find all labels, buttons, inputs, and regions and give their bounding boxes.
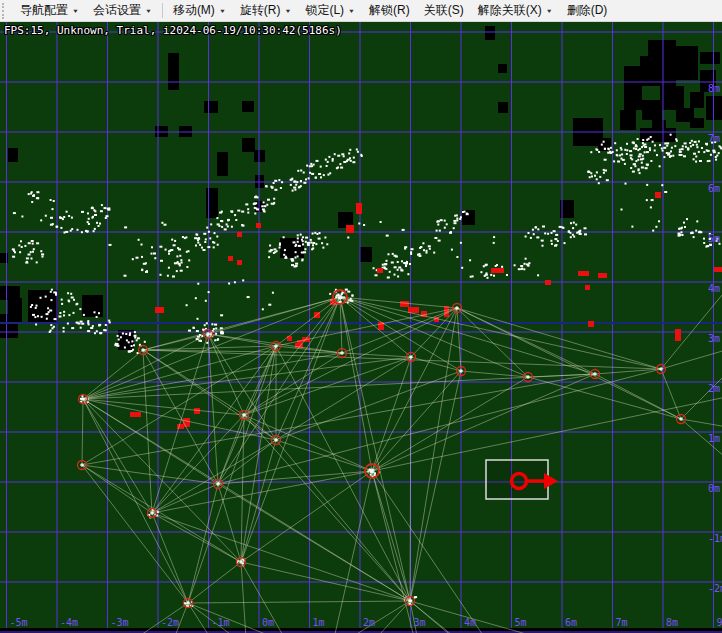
terrain-dot	[205, 300, 207, 302]
terrain-dot	[247, 296, 250, 298]
terrain-dot	[60, 227, 62, 229]
terrain-dot	[631, 158, 633, 160]
terrain-dot	[394, 266, 397, 268]
red-detection	[545, 280, 551, 285]
terrain-dot	[71, 297, 74, 299]
terrain-dot	[334, 153, 336, 155]
terrain-dot	[209, 237, 211, 239]
terrain-dot	[358, 223, 360, 225]
menu-item-8[interactable]: 解除关联(X)▼	[471, 0, 560, 21]
track-link-line	[143, 334, 208, 350]
selected-target-marker[interactable]	[486, 460, 558, 499]
radar-display[interactable]: -5m-4m-3m-2m-1m0m1m2m3m4m5m6m7m8m9m8m7m6…	[0, 0, 722, 633]
terrain-dot	[404, 248, 406, 250]
terrain-dot	[551, 232, 553, 234]
terrain-dot	[50, 291, 52, 293]
terrain-dot	[625, 183, 627, 185]
terrain-dot	[66, 211, 68, 213]
terrain-dot	[349, 157, 351, 159]
terrain-dot	[363, 224, 365, 226]
shadow-block	[485, 26, 495, 40]
terrain-dot	[547, 233, 549, 235]
shadow-block	[217, 152, 228, 176]
terrain-dot	[220, 331, 223, 333]
terrain-dot	[446, 223, 448, 225]
terrain-dot	[186, 304, 188, 306]
terrain-dot	[679, 151, 682, 153]
shadow-block	[242, 101, 254, 112]
terrain-dot	[305, 178, 307, 180]
terrain-dot	[266, 204, 268, 206]
terrain-dot	[105, 217, 107, 219]
terrain-dot	[86, 231, 88, 233]
track-link-line	[143, 350, 661, 369]
terrain-dot	[122, 333, 124, 335]
terrain-dot	[117, 335, 119, 337]
terrain-dot	[619, 154, 621, 156]
track-node[interactable]	[677, 415, 686, 424]
terrain-dot	[47, 307, 49, 309]
menu-item-2[interactable]: 会话设置▼	[86, 0, 159, 21]
terrain-dot	[52, 327, 54, 329]
terrain-dot	[316, 160, 319, 162]
menu-grip-handle[interactable]	[2, 3, 9, 19]
terrain-dot	[386, 235, 389, 237]
terrain-dot	[603, 141, 605, 143]
terrain-dot	[550, 240, 552, 242]
terrain-dot	[646, 164, 649, 166]
terrain-dot	[93, 209, 95, 211]
menu-item-3[interactable]: 移动(M)▼	[166, 0, 233, 21]
terrain-dot	[197, 242, 199, 244]
terrain-dot	[208, 291, 210, 293]
terrain-dot	[694, 141, 697, 143]
terrain-dot	[300, 180, 302, 182]
terrain-dot	[51, 299, 53, 301]
terrain-dot	[392, 253, 394, 255]
menu-item-9[interactable]: 删除(D)	[560, 0, 615, 21]
terrain-dot	[160, 260, 163, 262]
dropdown-arrow-icon: ▼	[546, 8, 553, 14]
terrain-dot	[40, 297, 42, 299]
x-axis-label: 7m	[616, 617, 628, 628]
terrain-dot	[635, 145, 638, 147]
terrain-dot	[306, 165, 308, 167]
terrain-dot	[215, 328, 217, 330]
terrain-dot	[398, 267, 401, 269]
x-axis-label: 0m	[262, 617, 274, 628]
menu-item-5[interactable]: 锁定(L)▼	[298, 0, 362, 21]
terrain-dot	[397, 269, 399, 271]
terrain-dot	[426, 252, 428, 254]
terrain-dot	[293, 187, 296, 189]
red-detection	[714, 267, 722, 272]
terrain-dot	[118, 339, 120, 341]
terrain-dot	[450, 231, 452, 233]
terrain-dot	[96, 330, 98, 332]
terrain-dot	[464, 211, 466, 213]
terrain-dot	[523, 268, 525, 270]
terrain-dot	[384, 267, 386, 269]
terrain-dot	[428, 245, 431, 247]
terrain-dot	[693, 158, 695, 160]
terrain-dot	[695, 230, 697, 232]
red-detection	[400, 301, 409, 307]
x-axis-label: 9m	[717, 617, 722, 628]
menu-item-label: 删除(D)	[567, 2, 608, 19]
menu-item-7[interactable]: 关联(S)	[417, 0, 471, 21]
terrain-dot	[389, 271, 391, 273]
terrain-dot	[302, 243, 304, 245]
terrain-dot	[575, 224, 577, 226]
terrain-dot	[705, 246, 707, 248]
terrain-dot	[224, 228, 227, 230]
menu-item-6[interactable]: 解锁(R)	[362, 0, 417, 21]
menu-item-1[interactable]: 导航配置▼	[13, 0, 86, 21]
terrain-dot	[695, 161, 697, 163]
terrain-dot	[195, 297, 197, 299]
terrain-dot	[33, 194, 35, 196]
terrain-dot	[291, 260, 293, 262]
terrain-dot	[131, 345, 133, 347]
menu-item-4[interactable]: 旋转(R)▼	[233, 0, 299, 21]
terrain-dot	[718, 152, 720, 154]
terrain-dot	[13, 212, 16, 214]
terrain-dot	[134, 335, 137, 337]
terrain-dot	[144, 341, 146, 343]
